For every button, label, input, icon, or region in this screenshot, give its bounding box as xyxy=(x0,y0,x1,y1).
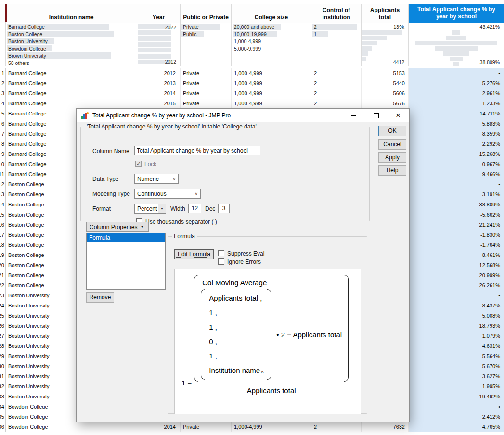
cell-college-size[interactable]: 1,000-4,999 xyxy=(232,422,311,432)
cell-row-number[interactable]: 23 xyxy=(0,291,6,301)
cell-college-size[interactable]: 1,000-4,999 xyxy=(232,68,311,78)
cell-row-number[interactable]: 3 xyxy=(0,89,6,99)
cell-total-applicant-change[interactable]: 1.233% xyxy=(409,99,504,109)
cell-institution-name[interactable]: Barnard College xyxy=(6,89,137,99)
property-item-formula[interactable]: Formula xyxy=(87,233,165,242)
cell-year[interactable]: 2012 xyxy=(137,68,181,78)
cell-row-number[interactable]: 21 xyxy=(0,270,6,281)
cell-total-applicant-change[interactable]: 2.961% xyxy=(409,89,504,99)
cell-applicants-total[interactable]: 7632 xyxy=(362,422,409,432)
help-button[interactable]: Help xyxy=(378,165,406,176)
cell-total-applicant-change[interactable]: -20.999% xyxy=(409,270,504,281)
minimize-button[interactable] xyxy=(343,109,365,122)
summary-item[interactable]: 2 xyxy=(312,24,360,30)
suppress-eval-checkbox[interactable] xyxy=(218,250,224,256)
cell-total-applicant-change[interactable]: 2.292% xyxy=(409,139,504,149)
cell-total-applicant-change[interactable]: 18.793% xyxy=(409,321,504,331)
cell-row-number[interactable]: 2 xyxy=(0,78,6,89)
cell-total-applicant-change[interactable]: 5.564% xyxy=(409,351,504,361)
close-button[interactable]: × xyxy=(387,109,409,122)
cell-total-applicant-change[interactable]: 9.466% xyxy=(409,169,504,179)
summary-item[interactable]: Boston College xyxy=(7,31,136,38)
summary-item[interactable]: Bowdoin College xyxy=(7,45,136,52)
summary-item[interactable]: 1,000-4,999 xyxy=(233,38,310,45)
cell-public-private[interactable]: Private xyxy=(181,89,232,99)
column-header-year[interactable]: Year xyxy=(137,4,181,23)
summary-total-applicant-change[interactable]: 43.421% -38.809% xyxy=(409,23,504,66)
cell-year[interactable]: 2013 xyxy=(137,78,181,89)
row-state-column-header[interactable] xyxy=(0,4,6,23)
cell-total-applicant-change[interactable]: 5.008% xyxy=(409,311,504,321)
cell-row-number[interactable]: 36 xyxy=(0,422,6,432)
table-row[interactable]: 1Barnard College2012Private1,000-4,99925… xyxy=(0,68,504,78)
cell-total-applicant-change[interactable]: 1.079% xyxy=(409,331,504,341)
cell-applicants-total[interactable]: 5676 xyxy=(362,99,409,109)
table-row[interactable]: 36Bowdoin College2014Private1,000-4,9992… xyxy=(0,422,504,432)
summary-item[interactable]: 5,000-9,999 xyxy=(233,45,310,52)
cell-row-number[interactable]: 7 xyxy=(0,129,6,139)
cell-total-applicant-change[interactable]: 14.711% xyxy=(409,109,504,119)
cell-total-applicant-change[interactable]: 2.412% xyxy=(409,412,504,422)
summary-item[interactable]: 20,000 and above xyxy=(233,24,310,30)
cell-row-number[interactable]: 16 xyxy=(0,220,6,230)
cell-row-number[interactable]: 34 xyxy=(0,402,6,412)
cell-public-private[interactable]: Private xyxy=(181,68,232,78)
cell-total-applicant-change[interactable]: -1.830% xyxy=(409,230,504,240)
summary-control-of-institution[interactable]: 21 xyxy=(311,23,362,66)
cell-applicants-total[interactable]: 5606 xyxy=(362,89,409,99)
data-type-dropdown[interactable]: Numeric ∨ xyxy=(134,174,179,184)
cell-row-number[interactable]: 4 xyxy=(0,99,6,109)
cell-row-number[interactable]: 32 xyxy=(0,382,6,392)
cell-row-number[interactable]: 35 xyxy=(0,412,6,422)
cell-total-applicant-change[interactable]: 4.631% xyxy=(409,341,504,351)
cell-total-applicant-change[interactable]: -1.764% xyxy=(409,240,504,250)
cell-row-number[interactable]: 28 xyxy=(0,341,6,351)
summary-item[interactable]: 10,000-19,999 xyxy=(233,31,310,38)
cell-row-number[interactable]: 11 xyxy=(0,169,6,179)
cell-total-applicant-change[interactable]: 26.261% xyxy=(409,281,504,291)
cell-row-number[interactable]: 24 xyxy=(0,301,6,311)
dec-input[interactable] xyxy=(218,204,230,213)
column-header-total-applicant-change[interactable]: Total Applicant change % by year by scho… xyxy=(409,4,504,23)
cell-total-applicant-change[interactable]: 8.359% xyxy=(409,129,504,139)
cell-row-number[interactable]: 14 xyxy=(0,200,6,210)
modeling-type-dropdown[interactable]: Continuous ∨ xyxy=(134,189,201,199)
edit-formula-button[interactable]: Edit Formula xyxy=(174,249,214,259)
format-dropdown[interactable]: Percent ▼ xyxy=(134,204,166,214)
cell-total-applicant-change[interactable]: -3.627% xyxy=(409,371,504,382)
cell-year[interactable]: 2014 xyxy=(137,89,181,99)
summary-public-or-private[interactable]: PrivatePublic xyxy=(181,23,232,66)
summary-applicants-total[interactable]: 139k 4412 xyxy=(362,23,409,66)
cell-applicants-total[interactable]: 5153 xyxy=(362,68,409,78)
table-row[interactable]: 4Barnard College2015Private1,000-4,99925… xyxy=(0,99,504,109)
cell-row-number[interactable]: 26 xyxy=(0,321,6,331)
properties-listbox[interactable]: Formula xyxy=(86,233,166,290)
cell-total-applicant-change[interactable]: • xyxy=(409,179,504,190)
cell-public-private[interactable]: Private xyxy=(181,422,232,432)
cell-row-number[interactable]: 20 xyxy=(0,260,6,270)
column-name-input[interactable] xyxy=(134,146,260,155)
summary-college-size[interactable]: 20,000 and above10,000-19,9991,000-4,999… xyxy=(232,23,311,66)
summary-year[interactable]: 2022 2012 xyxy=(137,23,181,66)
summary-item[interactable]: 58 others xyxy=(7,60,136,66)
column-header-control-of-institution[interactable]: Control of institution xyxy=(311,4,362,23)
summary-item[interactable]: Private xyxy=(181,24,230,30)
cell-institution-name[interactable]: Barnard College xyxy=(6,99,137,109)
cell-total-applicant-change[interactable]: • xyxy=(409,68,504,78)
cell-total-applicant-change[interactable]: -1.995% xyxy=(409,382,504,392)
cell-row-number[interactable]: 22 xyxy=(0,281,6,291)
cell-public-private[interactable]: Private xyxy=(181,99,232,109)
cell-total-applicant-change[interactable]: 5.670% xyxy=(409,361,504,371)
cell-institution-name[interactable]: Bowdoin College xyxy=(6,422,137,432)
cell-applicants-total[interactable]: 5440 xyxy=(362,78,409,89)
cell-college-size[interactable]: 1,000-4,999 xyxy=(232,78,311,89)
cell-total-applicant-change[interactable]: 19.492% xyxy=(409,392,504,402)
summary-institution-name[interactable]: Barnard CollegeBoston CollegeBoston Univ… xyxy=(6,23,137,66)
cell-row-number[interactable]: 25 xyxy=(0,311,6,321)
ok-button[interactable]: OK xyxy=(378,126,406,136)
cell-total-applicant-change[interactable]: -5.662% xyxy=(409,210,504,220)
summary-item[interactable]: Brown University xyxy=(7,52,136,59)
cell-total-applicant-change[interactable]: • xyxy=(409,402,504,412)
cell-total-applicant-change[interactable]: 8.461% xyxy=(409,250,504,260)
cell-row-number[interactable]: 8 xyxy=(0,139,6,149)
